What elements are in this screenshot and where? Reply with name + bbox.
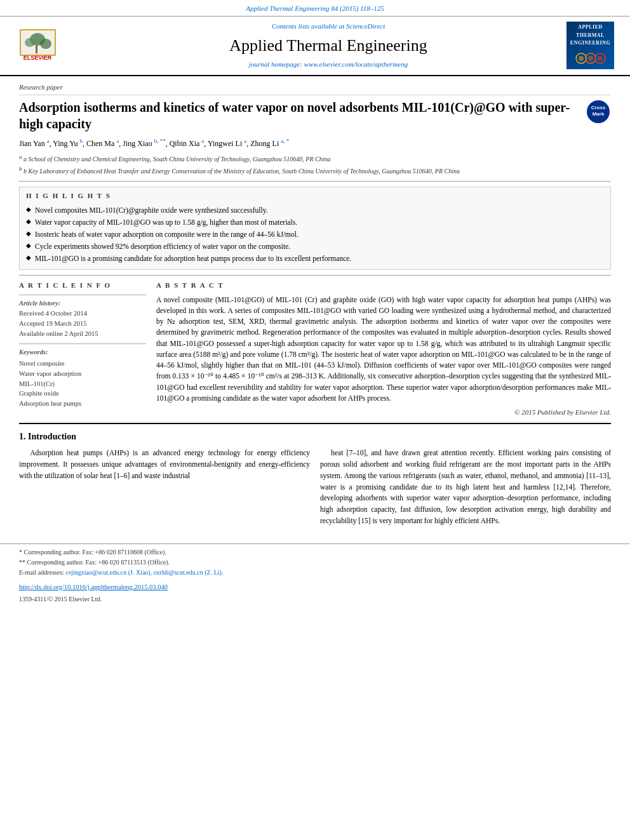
keyword-5: Adsorption heat pumps xyxy=(19,399,146,409)
bullet-3: ◆ xyxy=(26,229,31,238)
svg-point-3 xyxy=(40,39,51,49)
email-label: E-mail addresses: xyxy=(19,569,64,576)
keyword-2: Water vapor adsorption xyxy=(19,369,146,379)
history-label: Article history: xyxy=(19,299,146,309)
authors-line: Jian Yan a, Ying Yu b, Chen Ma a, Jing X… xyxy=(19,137,611,149)
divider-2 xyxy=(19,275,611,276)
main-content: Research paper Adsorption isotherms and … xyxy=(0,76,630,533)
article-history-block: Article history: Received 4 October 2014… xyxy=(19,299,146,339)
highlights-heading: H I G H L I G H T S xyxy=(26,191,604,201)
abstract-col: A B S T R A C T A novel composite (MIL-1… xyxy=(156,281,611,417)
keyword-4: Graphite oxide xyxy=(19,389,146,399)
keywords-list: Novel composite Water vapor adsorption M… xyxy=(19,359,146,409)
keywords-label: Keywords: xyxy=(19,348,146,357)
footer-emails: E-mail addresses: cejingxiao@scut.edu.cn… xyxy=(19,568,611,577)
highlight-item-4: ◆ Cycle experiments showed 92% desorptio… xyxy=(26,241,604,251)
affiliation-b: b b Key Laboratory of Enhanced Heat Tran… xyxy=(19,165,611,176)
svg-point-11 xyxy=(588,56,593,61)
page: Applied Thermal Engineering 84 (2015) 11… xyxy=(0,0,630,840)
doi-link[interactable]: http://dx.doi.org/10.1016/j.applthermale… xyxy=(19,583,168,590)
abstract-text: A novel composite (MIL-101@GO) of MIL-10… xyxy=(156,295,611,404)
keyword-1: Novel composite xyxy=(19,359,146,369)
email-addresses[interactable]: cejingxiao@scut.edu.cn (J. Xiao), cezhli… xyxy=(65,569,223,576)
journal-logo-area: APPLIED THERMAL ENGINEERING xyxy=(566,22,617,69)
article-title: Adsorption isotherms and kinetics of wat… xyxy=(19,99,586,132)
logo-decoration xyxy=(575,50,607,67)
intro-left-col: Adsorption heat pumps (AHPs) is an advan… xyxy=(19,448,310,527)
logo-line2: THERMAL xyxy=(576,32,605,39)
footer-doi-line: http://dx.doi.org/10.1016/j.applthermale… xyxy=(19,581,611,592)
footer-area: * Corresponding author. Fax: +86 020 871… xyxy=(0,543,630,604)
footer-note-1: * Corresponding author. Fax: +86 020 871… xyxy=(19,548,611,557)
highlights-section: H I G H L I G H T S ◆ Novel composites M… xyxy=(19,187,611,270)
divider-thick xyxy=(19,423,611,424)
bullet-5: ◆ xyxy=(26,253,31,262)
intro-right-text: heat [7–10], and have drawn great attent… xyxy=(320,448,611,527)
highlight-item-2: ◆ Water vapor capacity of MIL-101@GO was… xyxy=(26,217,604,227)
journal-homepage-link[interactable]: journal homepage: www.elsevier.com/locat… xyxy=(103,60,554,69)
affil-a: a xyxy=(47,138,50,144)
highlight-item-3: ◆ Isosteric heats of water vapor adsorpt… xyxy=(26,229,604,239)
article-type-label: Research paper xyxy=(19,83,611,95)
affil-b2: b, ** xyxy=(154,138,166,144)
affil-b1: b xyxy=(79,138,83,144)
journal-name: Applied Thermal Engineering xyxy=(103,34,554,57)
journal-citation: Applied Thermal Engineering 84 (2015) 11… xyxy=(246,4,384,12)
svg-rect-4 xyxy=(36,46,37,53)
svg-text:Cross: Cross xyxy=(591,105,606,110)
svg-point-12 xyxy=(597,56,602,61)
bullet-2: ◆ xyxy=(26,217,31,226)
elsevier-logo-svg: ELSEVIER xyxy=(14,27,84,65)
affil-a5: a, * xyxy=(281,138,289,144)
intro-body-cols: Adsorption heat pumps (AHPs) is an advan… xyxy=(19,448,611,527)
footer-note-2: ** Corresponding author. Fax: +86 020 87… xyxy=(19,558,611,567)
svg-point-10 xyxy=(579,56,584,61)
highlight-item-5: ◆ MIL-101@GO is a promising candidate fo… xyxy=(26,253,604,263)
received-date: Received 4 October 2014 xyxy=(19,309,146,319)
divider-1 xyxy=(19,181,611,182)
article-info-col: A R T I C L E I N F O Article history: R… xyxy=(19,281,146,417)
copyright-line: © 2015 Published by Elsevier Ltd. xyxy=(156,408,611,417)
article-info-abstract-section: A R T I C L E I N F O Article history: R… xyxy=(19,281,611,417)
highlight-item-1: ◆ Novel composites MIL-101(Cr)@graphite … xyxy=(26,205,604,215)
keyword-3: MIL-101(Cr) xyxy=(19,379,146,389)
journal-logo-box: APPLIED THERMAL ENGINEERING xyxy=(566,22,614,69)
svg-text:ELSEVIER: ELSEVIER xyxy=(23,55,52,61)
journal-header: ELSEVIER Contents lists available at Sci… xyxy=(0,17,630,76)
intro-left-text: Adsorption heat pumps (AHPs) is an advan… xyxy=(19,448,310,481)
intro-right-col: heat [7–10], and have drawn great attent… xyxy=(320,448,611,527)
affil-a2: a xyxy=(116,138,119,144)
journal-title-area: Contents lists available at ScienceDirec… xyxy=(90,22,566,69)
bullet-1: ◆ xyxy=(26,205,31,214)
logo-line3: ENGINEERING xyxy=(570,40,610,46)
crossmark-badge: Cross Mark xyxy=(586,99,611,128)
sciencedirect-text[interactable]: Contents lists available at ScienceDirec… xyxy=(103,22,554,31)
affiliation-a: a a School of Chemistry and Chemical Eng… xyxy=(19,153,611,164)
accepted-date: Accepted 19 March 2015 xyxy=(19,319,146,329)
abstract-heading: A B S T R A C T xyxy=(156,281,611,290)
keywords-block: Keywords: Novel composite Water vapor ad… xyxy=(19,348,146,408)
svg-point-2 xyxy=(25,38,35,47)
journal-citation-bar: Applied Thermal Engineering 84 (2015) 11… xyxy=(0,0,630,17)
affil-a3: a xyxy=(201,138,204,144)
logo-line1: APPLIED xyxy=(578,24,603,30)
crossmark-icon: Cross Mark xyxy=(586,99,611,124)
intro-title: 1. Introduction xyxy=(19,430,611,443)
article-title-section: Adsorption isotherms and kinetics of wat… xyxy=(19,99,611,132)
available-date: Available online 2 April 2015 xyxy=(19,330,146,339)
svg-text:Mark: Mark xyxy=(593,111,605,117)
affil-a4: a xyxy=(244,138,246,144)
elsevier-logo-area: ELSEVIER xyxy=(8,27,90,65)
footer-issn: 1359-4311/© 2015 Elsevier Ltd. xyxy=(19,595,611,604)
article-info-heading: A R T I C L E I N F O xyxy=(19,281,146,290)
introduction-section: 1. Introduction Adsorption heat pumps (A… xyxy=(19,430,611,527)
bullet-4: ◆ xyxy=(26,241,31,250)
